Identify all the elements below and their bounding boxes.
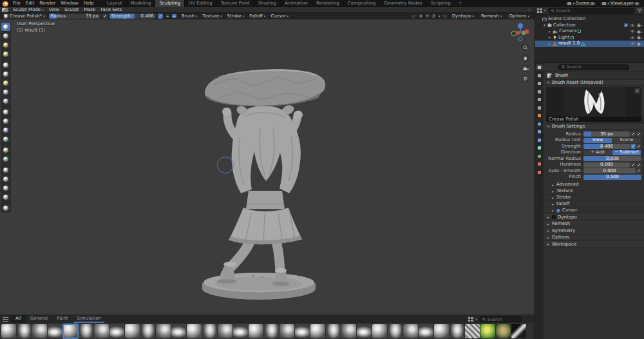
tool-face-sets-button[interactable] [1, 155, 10, 163]
radius-pressure-icon[interactable] [102, 14, 108, 19]
tool-pose-button[interactable] [1, 117, 10, 125]
brush-asset-thumb[interactable] [434, 324, 449, 338]
blender-logo-icon[interactable] [3, 1, 8, 6]
zoom-button[interactable] [522, 44, 529, 52]
brush-asset-thumb[interactable] [419, 324, 433, 338]
mode-selector[interactable]: Sculpt Mode ▾ [10, 7, 46, 13]
properties-tab-texture[interactable] [536, 170, 543, 175]
brush-asset-thumb[interactable] [295, 324, 310, 338]
brush-asset-thumb[interactable] [279, 324, 294, 338]
panel-options[interactable]: ▸Options [544, 235, 644, 242]
pan-button[interactable] [522, 54, 529, 62]
properties-tab-world[interactable] [536, 105, 543, 111]
subpanel-cursor[interactable]: ▸✓Cursor [544, 208, 644, 214]
brush-asset-thumb[interactable] [63, 324, 78, 338]
tool-clay-strips-button[interactable] [1, 50, 10, 58]
eye-icon[interactable] [630, 36, 635, 39]
mirror-icon[interactable] [411, 14, 416, 19]
brush-asset-thumb[interactable] [202, 324, 217, 338]
filter-dropdown-icon[interactable] [537, 8, 542, 13]
brush-asset-thumb[interactable] [79, 324, 93, 338]
properties-tab-constraints[interactable] [536, 145, 543, 151]
disclosure-triangle-icon[interactable]: ▸ [548, 42, 551, 46]
outliner-search-input[interactable] [556, 8, 632, 14]
workspace-tab-compositing[interactable]: Compositing [344, 0, 381, 7]
tiling-icon[interactable] [442, 14, 448, 19]
brush-asset-thumb[interactable] [357, 324, 372, 338]
properties-tab-material[interactable] [536, 161, 543, 167]
outliner-row-collection[interactable]: ▾Collection✓ [535, 23, 644, 29]
panel-checkbox[interactable] [552, 215, 556, 219]
properties-tab-particles[interactable] [536, 129, 543, 135]
properties-tab-object[interactable] [536, 113, 543, 119]
brush-asset-thumb[interactable] [171, 324, 186, 338]
subpanel-advanced[interactable]: ▸Advanced [544, 182, 644, 188]
option-add[interactable]: + Add [583, 150, 612, 155]
brush-asset-thumb[interactable] [187, 324, 202, 338]
slider-hardness[interactable]: 0.000 [583, 162, 630, 168]
menu-help[interactable]: Help [81, 1, 97, 6]
outliner-row-camera[interactable]: ▸Camera [535, 28, 644, 35]
properties-tab-output[interactable] [536, 81, 543, 86]
menu-window[interactable]: Window [58, 1, 81, 6]
outliner-row-mesh[interactable]: ▸result 1.0 [535, 41, 644, 47]
properties-tab-tool[interactable] [536, 64, 543, 70]
properties-tab-view-layer[interactable] [536, 89, 543, 95]
add-workspace-button[interactable]: + [455, 0, 466, 7]
brush-asset-thumb[interactable] [341, 324, 356, 338]
tool-clay-button[interactable] [1, 41, 10, 49]
brush-asset-thumb-green[interactable] [480, 324, 495, 338]
tool-paint-button[interactable] [1, 135, 10, 143]
navigation-gizmo[interactable] [509, 23, 531, 43]
pen-icon[interactable] [630, 131, 636, 137]
tool-layer-button[interactable] [1, 61, 10, 69]
camera-restrict-icon[interactable] [637, 35, 642, 39]
panel-symmetry[interactable]: ▸Symmetry [544, 228, 644, 235]
menu-render[interactable]: Render [37, 1, 58, 6]
axis-z-neg-icon[interactable] [518, 37, 522, 40]
tool-draw-sharp-button[interactable] [1, 32, 10, 40]
panel-brush-settings[interactable]: ▾ Brush Settings [544, 123, 644, 130]
shelf-search-input[interactable] [488, 317, 518, 322]
brush-asset-thumb[interactable] [310, 324, 325, 338]
slider-pinch[interactable]: 0.500 [583, 175, 641, 180]
brush-asset-thumb-textured[interactable] [496, 324, 511, 338]
disclosure-triangle-icon[interactable]: ▸ [548, 35, 551, 39]
brush-asset-preview[interactable]: ▾ Crease Polish [546, 87, 641, 122]
tool-crease-button[interactable] [1, 79, 10, 87]
properties-search-input[interactable] [567, 64, 625, 70]
brush-asset-thumb[interactable] [450, 324, 464, 338]
disclosure-triangle-icon[interactable]: ▸ [548, 30, 551, 34]
slider-radius[interactable]: 35 px [583, 131, 630, 137]
brush-asset-thumb[interactable] [94, 324, 109, 338]
dropdown-dyntopo[interactable]: Dyntopo▾ [450, 14, 477, 19]
properties-tab-render[interactable] [536, 73, 543, 79]
brush-asset-thumb-wave[interactable] [511, 324, 526, 338]
outliner-row-scene-collection[interactable]: Scene Collection [535, 16, 644, 23]
axis-y-neg-icon[interactable] [511, 31, 516, 35]
eye-icon[interactable] [630, 24, 635, 27]
panel-remesh[interactable]: ▸Remesh [544, 221, 644, 228]
workspace-tab-rendering[interactable]: Rendering [312, 0, 344, 7]
shelf-tab-all[interactable]: All [11, 315, 26, 323]
properties-search-box[interactable] [558, 64, 629, 70]
brush-asset-thumb[interactable] [372, 324, 387, 338]
workspace-tab-geometry-nodes[interactable]: Geometry Nodes [381, 0, 427, 7]
shelf-tab-simulation[interactable]: Simulation [73, 315, 106, 323]
viewport-menu-sculpt[interactable]: Sculpt [62, 7, 81, 13]
option-view[interactable]: View [583, 138, 612, 143]
brush-asset-thumb[interactable] [140, 324, 155, 338]
panel-workspace[interactable]: ▸Workspace [544, 241, 644, 248]
workspace-tab-animation[interactable]: Animation [281, 0, 312, 7]
tool-grab-button[interactable] [1, 97, 10, 105]
properties-tab-object-data[interactable] [536, 153, 543, 159]
tool-menu-brush[interactable]: Brush▾ [179, 14, 200, 19]
exclude-checkbox[interactable]: ✓ [624, 23, 628, 27]
slider-normal-radius[interactable]: 0.500 [583, 156, 641, 161]
arrows-icon[interactable] [630, 162, 636, 168]
properties-tab-scene[interactable] [536, 97, 543, 102]
filter-funnel-icon[interactable] [637, 8, 642, 13]
panel-checkbox[interactable]: ✓ [556, 209, 560, 213]
strength-pressure-icon[interactable] [158, 14, 163, 19]
brush-asset-thumb[interactable] [403, 324, 418, 338]
